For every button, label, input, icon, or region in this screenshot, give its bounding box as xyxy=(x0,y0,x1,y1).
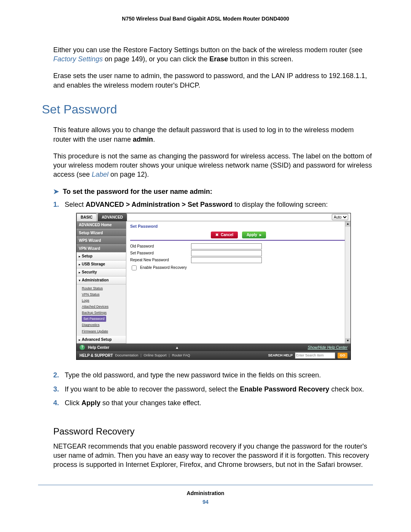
repeat-password-input[interactable] xyxy=(191,257,262,263)
nav-administration[interactable]: Administration xyxy=(76,276,126,284)
apply-button[interactable]: Apply▸ xyxy=(242,232,266,238)
help-bar: ? Help Center ▲ Show/Hide Help Center xyxy=(76,343,350,351)
heading-password-recovery: Password Recovery xyxy=(53,425,373,438)
footer-rule xyxy=(38,485,373,485)
enable-recovery-checkbox[interactable] xyxy=(132,265,137,270)
heading-set-password: Set Password xyxy=(42,101,373,118)
auto-dropdown[interactable]: Auto xyxy=(332,214,348,220)
text: Either you can use the Restore Factory S… xyxy=(53,46,362,54)
tab-basic[interactable]: BASIC xyxy=(76,213,97,221)
go-button[interactable]: GO xyxy=(338,353,347,358)
support-online-link[interactable]: Online Support xyxy=(144,353,167,358)
cancel-button[interactable]: ✖Cancel xyxy=(211,232,238,238)
label-set-password: Set Password xyxy=(130,251,191,256)
auto-select: Auto xyxy=(332,213,350,221)
help-center-label[interactable]: Help Center xyxy=(88,345,109,350)
scroll-down-icon[interactable]: ▼ xyxy=(345,338,350,343)
admin-bold: admin xyxy=(133,136,153,143)
step-1: Select ADVANCED > Administration > Set P… xyxy=(53,200,373,371)
nav-vpn-wizard[interactable]: VPN Wizard xyxy=(76,245,126,253)
close-icon: ✖ xyxy=(215,233,218,237)
nav-usb-storage[interactable]: USB Storage xyxy=(76,260,126,268)
subnav-backup-settings[interactable]: Backup Settings xyxy=(82,310,126,316)
nav-setup-wizard[interactable]: Setup Wizard xyxy=(76,229,126,237)
subnav-router-status[interactable]: Router Status xyxy=(82,285,126,291)
text: check box. xyxy=(329,385,364,393)
tab-bar: BASIC ADVANCED Auto xyxy=(76,213,350,221)
text: button in this screen. xyxy=(228,55,293,63)
step-4: Click Apply so that your changes take ef… xyxy=(53,398,373,412)
scrollbar[interactable]: ▲ ▼ xyxy=(345,221,350,343)
text: Click xyxy=(65,399,81,407)
recovery-para: NETGEAR recommends that you enable passw… xyxy=(53,442,373,470)
enable-recovery-bold: Enable Password Recovery xyxy=(240,385,329,393)
text: If you want to be able to recover the pa… xyxy=(65,385,240,393)
support-bar: HELP & SUPPORT Documentation| Online Sup… xyxy=(76,351,350,359)
set-password-para-2: This procedure is not the same as changi… xyxy=(53,152,373,179)
set-password-input[interactable] xyxy=(191,250,262,256)
task-text: To set the password for the user name ad… xyxy=(63,187,212,196)
text: so that your changes take effect. xyxy=(100,399,201,407)
label-repeat-password: Repeat New Password xyxy=(130,257,191,263)
nav-advanced-setup[interactable]: Advanced Setup xyxy=(76,336,126,344)
apply-bold: Apply xyxy=(81,399,100,407)
arrow-right-icon: ▸ xyxy=(260,233,261,237)
label-old-password: Old Password xyxy=(130,244,191,249)
running-header: N750 Wireless Dual Band Gigabit ADSL Mod… xyxy=(38,15,373,22)
support-lead: HELP & SUPPORT xyxy=(80,353,113,358)
subnav-firmware-update[interactable]: Firmware Update xyxy=(82,328,126,334)
router-ui-screenshot: BASIC ADVANCED Auto ADVANCED Home Setup … xyxy=(76,213,351,360)
chevron-right-icon: ➤ xyxy=(53,187,59,196)
label-enable-recovery: Enable Password Recovery xyxy=(140,265,187,270)
set-password-para-1: This feature allows you to change the de… xyxy=(53,125,373,144)
subnav-logs[interactable]: Logs xyxy=(82,297,126,304)
text: Select xyxy=(65,201,86,208)
nav-security[interactable]: Security xyxy=(76,268,126,276)
support-faq-link[interactable]: Router FAQ xyxy=(172,353,190,358)
erase-bold: Erase xyxy=(209,55,228,63)
intro-para-2: Erase sets the user name to admin, the p… xyxy=(53,71,373,90)
nav-advanced-home[interactable]: ADVANCED Home xyxy=(76,221,126,229)
text: This feature allows you to change the de… xyxy=(53,126,354,143)
text: on page 149), or you can click the xyxy=(103,55,209,63)
support-doc-link[interactable]: Documentation xyxy=(115,353,139,358)
subnav-set-password[interactable]: Set Password xyxy=(82,316,106,322)
tab-advanced[interactable]: ADVANCED xyxy=(97,213,127,221)
main-panel: ▲ ▼ Set Password ✖Cancel Apply▸ Old Pass… xyxy=(126,221,350,343)
link-label[interactable]: Label xyxy=(92,171,108,178)
text: . xyxy=(153,136,155,143)
search-help-input[interactable] xyxy=(295,352,335,359)
show-hide-help-link[interactable]: Show/Hide Help Center xyxy=(308,345,348,350)
old-password-input[interactable] xyxy=(191,243,262,249)
admin-submenu: Router Status VPN Status Logs Attached D… xyxy=(76,284,126,336)
separator xyxy=(130,240,345,241)
task-heading: ➤ To set the password for the user name … xyxy=(53,187,373,196)
step-2: Type the old password, and type the new … xyxy=(53,371,373,384)
step-3: If you want to be able to recover the pa… xyxy=(53,385,373,398)
subnav-diagnostics[interactable]: Diagnostics xyxy=(82,322,126,328)
nav-path-bold: ADVANCED > Administration > Set Password xyxy=(86,201,233,208)
subnav-vpn-status[interactable]: VPN Status xyxy=(82,291,126,297)
caret-up-icon[interactable]: ▲ xyxy=(175,345,179,350)
search-help-label: SEARCH HELP xyxy=(268,353,293,358)
scroll-up-icon[interactable]: ▲ xyxy=(345,221,350,227)
sidebar: ADVANCED Home Setup Wizard WPS Wizard VP… xyxy=(76,221,126,343)
help-icon[interactable]: ? xyxy=(80,345,85,350)
nav-wps-wizard[interactable]: WPS Wizard xyxy=(76,237,126,245)
footer-page-number: 94 xyxy=(38,498,373,506)
intro-para-1: Either you can use the Restore Factory S… xyxy=(53,45,373,64)
nav-setup[interactable]: Setup xyxy=(76,252,126,260)
text: to display the following screen: xyxy=(233,201,328,208)
link-factory-settings[interactable]: Factory Settings xyxy=(53,55,103,63)
panel-title: Set Password xyxy=(126,221,350,230)
subnav-attached-devices[interactable]: Attached Devices xyxy=(82,304,126,310)
steps-list: Select ADVANCED > Administration > Set P… xyxy=(53,200,373,412)
text: on page 12). xyxy=(108,171,149,178)
footer-section: Administration xyxy=(38,490,373,497)
